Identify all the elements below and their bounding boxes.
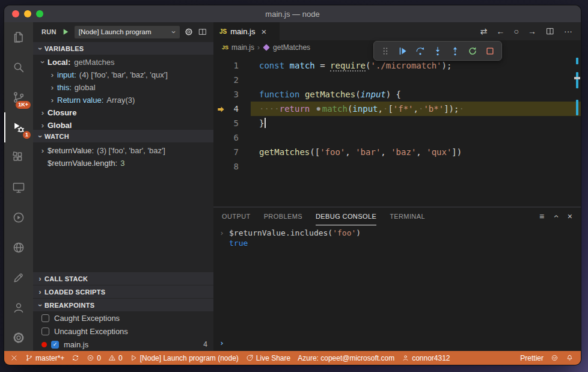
title-bar[interactable]: main.js — node (4, 5, 581, 22)
variable-row[interactable]: ›this:global (33, 81, 213, 94)
activity-bar-item-test-explorer[interactable] (4, 203, 33, 233)
gutter-line-7[interactable]: 7 (213, 145, 251, 159)
breakpoint-checkbox[interactable] (41, 314, 49, 322)
variables-section-header[interactable]: › VARIABLES (33, 41, 213, 55)
split-editor-button[interactable] (545, 26, 555, 36)
maximize-panel-button[interactable]: › (554, 212, 557, 221)
tab-main-js[interactable]: JS main.js × (213, 22, 280, 40)
gutter-line-1[interactable]: 1 (213, 58, 251, 73)
status-item-debug-launch[interactable]: [Node] Launch program (node) (126, 351, 242, 365)
panel-tab-debug-console[interactable]: DEBUG CONSOLE (316, 207, 376, 225)
activity-bar-item-search[interactable] (4, 52, 33, 82)
status-item-prettier[interactable]: Prettier (516, 351, 547, 365)
status-item-sync[interactable] (68, 351, 83, 365)
activity-bar-item-explorer[interactable] (4, 22, 33, 52)
variable-row[interactable]: ›input:(4) ['foo', 'bar', 'baz', 'qux'] (33, 69, 213, 81)
gutter-line-5[interactable]: 5 (213, 116, 251, 130)
navigate-back-button[interactable]: ← (497, 27, 505, 35)
code-line-7[interactable]: 7getMatches(['foo', 'bar', 'baz', 'qux']… (213, 145, 581, 159)
status-item-git-branch[interactable]: master*+ (22, 351, 68, 365)
close-tab-icon[interactable]: × (261, 26, 266, 37)
close-window-button[interactable] (12, 10, 19, 17)
filter-button[interactable]: ≡ (539, 212, 544, 221)
code-line-5[interactable]: 5} (213, 116, 581, 130)
close-panel-button[interactable]: × (568, 212, 572, 221)
breakpoint-row[interactable]: ✓main.js4 (33, 338, 213, 351)
status-item-feedback[interactable] (547, 351, 562, 365)
activity-bar-item-accounts[interactable] (4, 293, 33, 323)
vscode-window: main.js — node 1K+1 RUN [Node] Launch pr… (4, 5, 581, 365)
launch-config-select[interactable]: [Node] Launch program › (75, 26, 180, 38)
nav-back-icon: ← (497, 27, 505, 35)
activity-bar-item-source-control[interactable]: 1K+ (4, 82, 33, 112)
more-actions-button[interactable]: ··· (564, 27, 572, 35)
status-item-remote[interactable] (7, 351, 22, 365)
gutter-line-8[interactable]: 8 (213, 159, 251, 174)
navigate-forward-button[interactable]: → (528, 27, 536, 35)
step-out-button[interactable] (447, 43, 463, 59)
watch-row[interactable]: $returnValue.length:3 (33, 157, 213, 169)
code-editor[interactable]: 1const match = require('./micromatch');2… (213, 55, 581, 207)
debug-views-button[interactable] (198, 27, 207, 37)
status-item-azure-account[interactable]: Azure: copeet@microsoft.com (294, 351, 398, 365)
activity-bar-item-extensions[interactable] (4, 142, 33, 172)
scrollbar-thumb[interactable] (574, 77, 580, 79)
variable-row[interactable]: ›Closure (33, 106, 213, 119)
breakpoints-section-header[interactable]: › BREAKPOINTS (33, 298, 213, 311)
status-item-github-account[interactable]: connor4312 (398, 351, 453, 365)
chevron-right-icon: › (35, 275, 44, 282)
status-item-notifications[interactable] (562, 351, 577, 365)
zoom-window-button[interactable] (36, 10, 43, 17)
open-changes-button[interactable]: ○ (514, 27, 519, 35)
activity-bar-item-remote-explorer[interactable] (4, 172, 33, 203)
variable-row[interactable]: ›Return value:Array(3) (33, 94, 213, 106)
stop-button[interactable] (482, 43, 498, 59)
close-icon: × (568, 212, 572, 221)
breakpoint-checkbox[interactable] (41, 328, 49, 335)
continue-button[interactable] (395, 43, 411, 59)
code-line-8[interactable]: 8 (213, 159, 581, 174)
activity-bar-item-run-and-debug[interactable]: 1 (4, 112, 33, 142)
activity-bar-item-ports[interactable] (4, 233, 33, 263)
restart-button[interactable] (465, 43, 480, 59)
gutter-line-2[interactable]: 2 (213, 73, 251, 87)
panel-tab-problems[interactable]: PROBLEMS (264, 207, 302, 225)
gutter-line-4[interactable]: 4 (213, 102, 251, 116)
step-into-button[interactable] (430, 43, 446, 59)
code-line-3[interactable]: 3function getMatches(input) { (213, 87, 581, 102)
code-line-2[interactable]: 2 (213, 73, 581, 87)
panel-tab-terminal[interactable]: TERMINAL (390, 207, 425, 225)
drag-handle-button[interactable] (378, 43, 393, 59)
configure-launch-button[interactable] (184, 27, 194, 37)
breadcrumb-file[interactable]: main.js (231, 43, 254, 52)
code-line-6[interactable]: 6 (213, 130, 581, 145)
breakpoint-row[interactable]: Caught Exceptions (33, 311, 213, 325)
watch-row[interactable]: ›$returnValue:(3) ['foo', 'bar', 'baz'] (33, 144, 213, 157)
watch-expression: $returnValue: (47, 146, 94, 155)
breakpoint-checkbox[interactable]: ✓ (51, 341, 59, 349)
watch-section-header[interactable]: › WATCH (33, 129, 213, 142)
activity-bar-item-github[interactable] (4, 263, 33, 293)
activity-bar-item-settings[interactable] (4, 323, 33, 353)
run-label: RUN (41, 28, 57, 35)
gutter-line-3[interactable]: 3 (213, 87, 251, 102)
breadcrumb-symbol[interactable]: getMatches (273, 43, 310, 52)
section-header-loaded-scripts[interactable]: ›LOADED SCRIPTS (33, 285, 213, 298)
status-item-warnings[interactable]: 0 (105, 351, 126, 365)
breakpoint-row[interactable]: Uncaught Exceptions (33, 325, 213, 338)
status-item-errors[interactable]: 0 (83, 351, 105, 365)
panel-tab-output[interactable]: OUTPUT (222, 207, 251, 225)
compare-button[interactable]: ⇄ (480, 27, 488, 35)
code-line-4[interactable]: 4····return ●match(input,·['f*',·'b*']);… (213, 102, 581, 116)
step-over-button[interactable] (412, 43, 428, 59)
start-debugging-button[interactable] (61, 27, 70, 37)
console-input-prompt[interactable]: › (219, 338, 224, 348)
status-item-live-share[interactable]: Live Share (242, 351, 294, 365)
gutter-line-6[interactable]: 6 (213, 130, 251, 145)
globe-icon (11, 240, 26, 255)
variable-row[interactable]: ›Local:getMatches (33, 56, 213, 69)
variable-row[interactable]: ›Global (33, 119, 213, 129)
section-header-call-stack[interactable]: ›CALL STACK (33, 272, 213, 285)
debug-console[interactable]: ›$returnValue.includes('foo')true › (213, 225, 581, 351)
minimize-window-button[interactable] (24, 10, 31, 17)
